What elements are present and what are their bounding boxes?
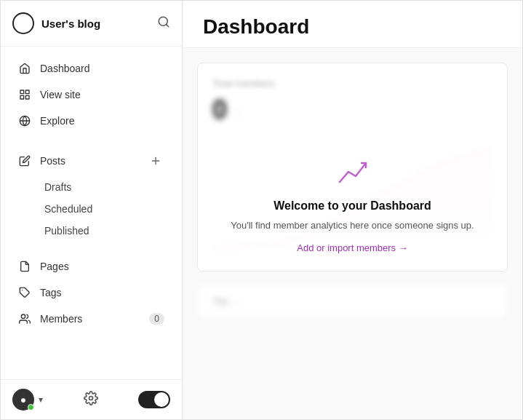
members-label: Members [40,313,82,325]
nav-divider-1 [1,134,182,146]
posts-label: Posts [40,155,65,167]
toggle-knob [154,392,169,407]
logo-area[interactable]: User's blog [12,12,100,34]
page-title: Dashboard [203,15,502,39]
posts-section: Posts Drafts Scheduled Published [7,146,176,242]
add-members-link[interactable]: Add or import members → [297,242,407,253]
sidebar-item-dashboard[interactable]: Dashboard [7,55,176,82]
avatar: ● [12,389,34,411]
sidebar-item-tags[interactable]: Tags [7,280,176,306]
members-count: 0 [212,95,227,125]
edit-icon [18,154,31,167]
main-header: Dashboard [183,1,522,48]
online-status-dot [28,404,34,411]
sidebar-item-explore[interactable]: Explore [7,108,176,134]
sidebar-item-view-site[interactable]: View site [7,82,176,108]
svg-rect-2 [20,90,24,94]
sidebar-item-explore-label: Explore [40,115,74,127]
svg-line-1 [166,24,168,26]
plus-icon [150,155,161,167]
welcome-title: Welcome to your Dashboard [274,199,431,213]
members-badge: 0 [149,313,164,325]
sidebar-item-posts[interactable]: Posts [7,146,176,176]
search-button[interactable] [157,15,170,32]
members-sublabel: ... [233,105,241,116]
svg-rect-4 [25,95,29,99]
members-card-label: Total members [212,78,492,89]
blog-title: User's blog [41,17,100,30]
sidebar-footer: ● ▾ [1,379,182,419]
main-content: Dashboard Total members 0 ... [183,1,522,419]
add-post-button[interactable] [147,152,164,170]
globe-icon [18,114,31,127]
avatar-icon: ● [20,394,26,405]
svg-rect-5 [20,95,24,99]
sidebar-item-view-site-label: View site [40,89,81,100]
page-icon [18,260,31,273]
analytics-icon [335,156,370,191]
svg-point-12 [89,396,92,400]
pages-label: Pages [40,261,69,272]
grid-icon [18,88,31,101]
settings-button[interactable] [84,391,98,409]
nav-divider-2 [1,242,182,253]
user-menu[interactable]: ● ▾ [12,389,43,411]
theme-toggle[interactable] [138,391,170,408]
sidebar: User's blog Dashboard View site [1,1,183,419]
sidebar-nav: Dashboard View site Explore [1,47,182,379]
tag-icon [18,286,31,299]
search-icon [157,15,170,28]
svg-rect-3 [25,90,29,94]
posts-header-left: Posts [18,154,65,167]
welcome-overlay: Welcome to your Dashboard You'll find me… [198,141,507,272]
tags-label: Tags [40,287,62,298]
members-card: Total members 0 ... [197,63,508,272]
svg-point-11 [21,314,25,318]
welcome-subtitle: You'll find member analytics here once s… [231,218,474,233]
sidebar-item-members[interactable]: Members 0 [7,306,176,332]
chevron-down-icon: ▾ [39,395,43,405]
home-icon [18,62,31,75]
sidebar-item-drafts[interactable]: Drafts [39,176,170,198]
person-icon [18,312,31,325]
sidebar-item-dashboard-label: Dashboard [40,63,90,74]
bottom-card-label: Top ... [212,296,492,306]
sidebar-item-pages[interactable]: Pages [7,253,176,280]
posts-subnav: Drafts Scheduled Published [39,176,170,242]
dashboard-area: Total members 0 ... [183,48,522,419]
sidebar-header: User's blog [1,1,182,47]
sidebar-item-scheduled[interactable]: Scheduled [39,198,170,220]
gear-icon [84,391,98,405]
bottom-card: Top ... [197,283,508,320]
members-count-row: 0 ... [212,95,492,125]
sidebar-item-published[interactable]: Published [39,220,170,242]
logo-circle [12,12,34,34]
